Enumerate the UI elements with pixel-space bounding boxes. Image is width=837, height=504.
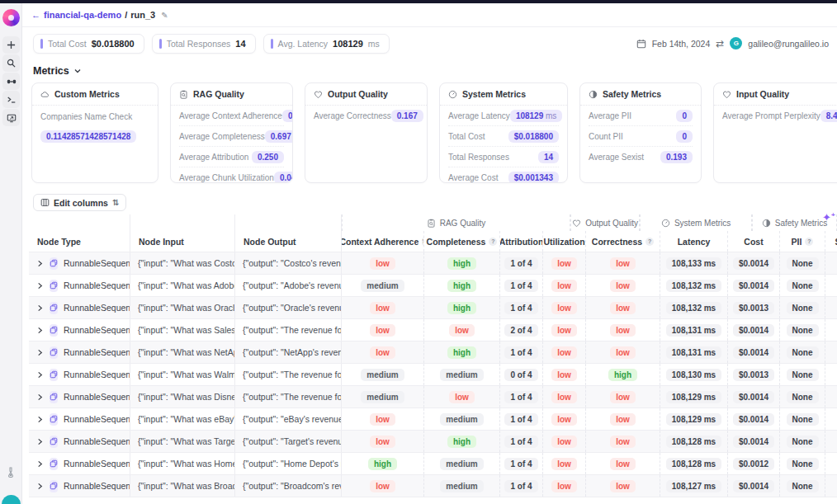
table-row[interactable]: RunnableSequence{"input": "What was Broa…: [29, 474, 837, 497]
metric-value-suffix: ms: [543, 111, 556, 120]
training-button[interactable]: [2, 73, 20, 90]
completeness-badge: high: [447, 302, 476, 314]
attribution-badge: 2 of 4: [504, 324, 537, 337]
column-header-utilization[interactable]: Utilization: [543, 231, 586, 252]
back-arrow-icon[interactable]: ←: [31, 10, 40, 20]
row-expand-chevron-icon[interactable]: [36, 282, 44, 290]
info-icon[interactable]: ?: [489, 238, 497, 246]
row-expand-chevron-icon[interactable]: [36, 460, 44, 468]
search-icon: [7, 59, 16, 68]
cell-node_type: RunnableSequence: [29, 319, 130, 341]
table-row[interactable]: RunnableSequence{"input": "What was Targ…: [29, 430, 837, 452]
metric-row: Average Context Adherence0.405: [179, 106, 284, 126]
labs-button[interactable]: [5, 466, 17, 482]
row-expand-chevron-icon[interactable]: [36, 304, 44, 312]
cell-correctness: low: [586, 275, 660, 296]
context_adherence-badge: medium: [361, 391, 404, 403]
row-expand-chevron-icon[interactable]: [36, 438, 44, 445]
calendar-icon[interactable]: [636, 39, 646, 49]
table-row[interactable]: RunnableSequence{"input": "What was Cost…: [29, 252, 837, 274]
metric-value: 0.405: [288, 111, 293, 120]
column-header-pii[interactable]: PII?: [780, 231, 825, 252]
row-expand-chevron-icon[interactable]: [36, 483, 44, 490]
info-icon[interactable]: ?: [805, 238, 813, 246]
cell-attribution: 0 of 4: [500, 364, 543, 385]
column-header-cost[interactable]: Cost: [728, 231, 780, 252]
cell-context_adherence: medium: [342, 364, 424, 385]
row-expand-chevron-icon[interactable]: [36, 416, 44, 423]
node-type-label: RunnableSequence: [64, 414, 130, 424]
latency-badge: 108,129 ms: [666, 413, 721, 426]
metric-value: 0: [682, 132, 687, 141]
column-header-label: Node Input: [139, 237, 184, 247]
breadcrumb-project-link[interactable]: financial-qa-demo: [44, 10, 121, 20]
cell-cost: $0.0014: [728, 275, 780, 296]
column-header-node_input[interactable]: Node Input: [130, 231, 235, 252]
metric-label: Average Prompt Perplexity: [722, 111, 820, 120]
table-row[interactable]: RunnableSequence{"input": "What was eBay…: [29, 407, 837, 430]
metric-card: Custom MetricsCompanies Name Check0.1142…: [31, 82, 158, 183]
clipboard-search-icon: [427, 219, 436, 228]
cell-node_input: {"input": "What was Disney's re...: [130, 386, 235, 407]
metric-value-badge: 108129 ms: [510, 110, 562, 122]
row-expand-chevron-icon[interactable]: [36, 393, 44, 401]
pii-badge: None: [787, 436, 819, 448]
run-date[interactable]: Feb 14th, 2024: [652, 39, 711, 49]
metric-value-badge: 0.697: [265, 130, 293, 143]
completeness-badge: medium: [440, 480, 483, 492]
info-icon[interactable]: ?: [645, 238, 654, 246]
metric-value: $0.001343: [514, 173, 553, 182]
node-text: {"input": "What was Walmart's r...: [130, 370, 235, 379]
metrics-section-toggle[interactable]: Metrics: [33, 64, 82, 78]
table-row[interactable]: RunnableSequence{"input": "What was Disn…: [29, 385, 837, 407]
cell-node_type: RunnableSequence: [29, 431, 130, 452]
search-button[interactable]: [2, 54, 20, 72]
table-group-label: RAG Quality: [440, 219, 486, 228]
metric-card-body: Average PII0Count PII0Average Sexist0.19…: [580, 106, 701, 167]
console-button[interactable]: [2, 91, 20, 108]
header-meta: Feb 14th, 2024 ⇄ G galileo@rungalileo.io: [636, 37, 829, 49]
edit-run-name-icon[interactable]: ✎: [161, 11, 168, 20]
correctness-badge: low: [610, 436, 636, 448]
cell-attribution: 1 of 4: [500, 453, 543, 474]
column-header-completeness[interactable]: Completeness?: [424, 231, 500, 252]
row-expand-chevron-icon[interactable]: [36, 371, 44, 379]
column-header-correctness[interactable]: Correctness?: [586, 231, 660, 252]
table-row[interactable]: RunnableSequence{"input": "What was Orac…: [29, 296, 837, 318]
table-row[interactable]: RunnableSequence{"input": "What was NetA…: [29, 341, 837, 363]
table-row[interactable]: RunnableSequence{"input": "What was Sale…: [29, 318, 837, 341]
user-email[interactable]: galileo@rungalileo.io: [748, 39, 829, 49]
metric-value-badge: 0.11428571428571428: [40, 130, 136, 143]
columns-icon: [40, 198, 50, 207]
row-expand-chevron-icon[interactable]: [36, 260, 44, 267]
column-header-attribution[interactable]: Attribution: [500, 231, 543, 252]
chat-widget-button[interactable]: [2, 495, 21, 504]
edit-columns-button[interactable]: Edit columns ⇅: [33, 194, 126, 211]
row-expand-chevron-icon[interactable]: [36, 349, 44, 356]
metrics-section-title: Metrics: [33, 65, 69, 77]
cell-pii: None: [780, 319, 825, 341]
column-header-node_type[interactable]: Node Type: [29, 231, 130, 252]
row-expand-chevron-icon[interactable]: [36, 327, 44, 334]
table-row[interactable]: RunnableSequence{"input": "What was Home…: [29, 452, 837, 474]
table-row[interactable]: RunnableSequence{"input": "What was Walm…: [29, 363, 837, 385]
new-project-button[interactable]: [2, 36, 20, 54]
chip-label: Total Responses: [167, 39, 231, 49]
cell-node_output: {"output": "The revenue for Sal...: [235, 319, 342, 341]
utilization-badge: low: [551, 324, 577, 337]
galileo-logo-icon[interactable]: [2, 9, 20, 26]
utilization-badge: low: [551, 413, 577, 426]
column-header-latency[interactable]: Latency: [660, 231, 728, 252]
column-header-sexist[interactable]: Sexist: [825, 231, 837, 252]
node-text: {"output": "NetApp's revenue in...: [235, 347, 342, 357]
table-row[interactable]: RunnableSequence{"input": "What was Adob…: [29, 274, 837, 296]
avatar[interactable]: G: [730, 37, 742, 49]
context_adherence-badge: medium: [361, 369, 404, 381]
pii-badge: None: [787, 369, 819, 381]
metric-card-body: Average Correctness0.167: [305, 106, 427, 126]
compare-runs-icon[interactable]: ⇄: [716, 38, 724, 49]
column-header-context_adherence[interactable]: Context Adherence?: [342, 231, 424, 252]
column-header-node_output[interactable]: Node Output: [235, 231, 342, 252]
monitor-button[interactable]: [2, 109, 20, 126]
node-type-label: RunnableSequence: [64, 325, 130, 335]
